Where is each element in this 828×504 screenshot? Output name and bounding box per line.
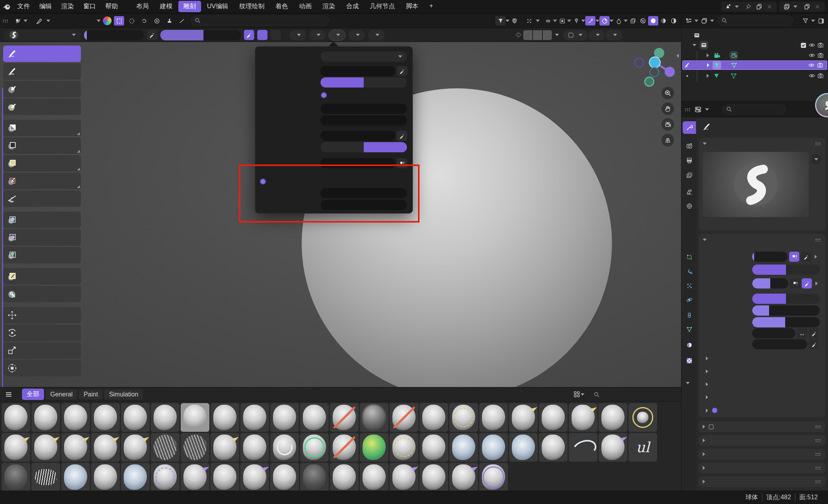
panel-grip[interactable] xyxy=(815,425,821,428)
direction-subtract-option[interactable] xyxy=(786,294,820,304)
render-camera-icon[interactable] xyxy=(816,72,825,79)
jitter-brush-option[interactable] xyxy=(364,142,407,152)
tab-scene[interactable] xyxy=(683,186,696,198)
panel-grip[interactable] xyxy=(815,480,821,483)
tool-mask[interactable] xyxy=(3,81,81,97)
workspace-tab[interactable]: 渲染 xyxy=(317,1,340,12)
display-filter-icon[interactable] xyxy=(700,17,708,25)
brush-thumbnail[interactable] xyxy=(628,433,657,462)
tilt-strength-slider[interactable] xyxy=(752,317,820,327)
viewport-search[interactable] xyxy=(191,16,329,26)
tool-box-face-set[interactable] xyxy=(3,155,81,172)
tab-material[interactable] xyxy=(683,339,696,351)
stroke-method-dropdown[interactable] xyxy=(321,51,407,62)
stamp-icon[interactable] xyxy=(164,16,174,26)
grid-toggle-icon[interactable] xyxy=(661,134,674,146)
workspace-tab[interactable]: UV编辑 xyxy=(202,1,233,12)
brush-thumbnail[interactable] xyxy=(300,433,329,462)
gizmo-y-negative[interactable] xyxy=(644,77,654,87)
proportional-edit-icon[interactable] xyxy=(543,16,553,26)
brush-selector[interactable] xyxy=(4,30,81,40)
filter-icon[interactable] xyxy=(495,16,506,26)
catalog-tab[interactable]: General xyxy=(46,389,77,400)
render-camera-icon[interactable] xyxy=(816,62,824,69)
brush-preview[interactable] xyxy=(703,152,809,217)
panel-grip[interactable] xyxy=(815,238,821,241)
region-collapse-icon[interactable] xyxy=(676,54,679,58)
droplet-icon[interactable] xyxy=(614,16,624,26)
unit-scene-option[interactable] xyxy=(786,265,820,275)
tabs-collapse-icon[interactable] xyxy=(686,382,690,384)
brush-thumbnail[interactable] xyxy=(270,433,299,462)
shading-wireframe-icon[interactable] xyxy=(638,16,648,26)
tab-modifiers[interactable] xyxy=(683,265,696,278)
checkbox-icon[interactable] xyxy=(708,424,714,430)
popover-cursor[interactable] xyxy=(368,30,385,40)
brush-thumbnail[interactable] xyxy=(91,463,120,491)
brush-thumbnail[interactable] xyxy=(390,463,418,491)
scene-selector[interactable] xyxy=(721,2,777,12)
header-grip[interactable] xyxy=(685,108,691,111)
dash-length-field[interactable] xyxy=(321,115,407,126)
normal-radius-slider[interactable] xyxy=(752,305,820,316)
brush-thumbnail[interactable] xyxy=(360,463,388,491)
gizmo-y-axis[interactable] xyxy=(654,48,664,58)
brush-thumbnail[interactable] xyxy=(419,463,448,491)
pin-icon[interactable] xyxy=(744,3,752,11)
brush-thumbnail[interactable] xyxy=(240,403,269,432)
stabilize-factor-slider[interactable] xyxy=(321,200,407,210)
autosmooth-slider[interactable] xyxy=(752,339,807,349)
brush-thumbnail[interactable] xyxy=(599,403,627,432)
input-samples-slider[interactable] xyxy=(321,158,395,168)
panel-expand-icon[interactable] xyxy=(703,239,707,241)
shading-material-icon[interactable] xyxy=(658,16,669,26)
checkbox-icon[interactable] xyxy=(799,42,808,49)
tool-mask-by-color[interactable] xyxy=(3,286,81,302)
unit-view-option[interactable] xyxy=(752,265,786,275)
chevron-down-icon[interactable] xyxy=(555,34,559,36)
color-attribute-selector[interactable] xyxy=(523,16,543,26)
brush-thumbnail[interactable] xyxy=(240,433,269,462)
tool-scale[interactable] xyxy=(3,342,81,359)
workspace-tab[interactable]: 雕刻 xyxy=(178,1,201,12)
cursor-checkbox[interactable] xyxy=(711,407,718,414)
brush-thumbnail[interactable] xyxy=(330,403,359,432)
workspace-tab[interactable]: 布局 xyxy=(131,1,154,12)
tool-box-trim[interactable] xyxy=(3,173,81,189)
menu-item[interactable]: 编辑 xyxy=(35,1,57,12)
symmetry-panel[interactable] xyxy=(699,449,825,460)
unlink-scene-icon[interactable] xyxy=(766,3,773,11)
workspace-tab[interactable]: 动画 xyxy=(294,1,317,12)
brush-thumbnail[interactable] xyxy=(479,433,508,462)
size-field[interactable] xyxy=(752,252,788,262)
menu-icon[interactable] xyxy=(5,391,13,398)
subsection-cursor[interactable] xyxy=(706,407,721,414)
brush-thumbnail[interactable] xyxy=(211,463,239,491)
spacing-pressure-icon[interactable] xyxy=(397,66,407,76)
tab-object[interactable] xyxy=(683,251,696,263)
menu-view[interactable] xyxy=(56,20,64,22)
brush-thumbnail[interactable] xyxy=(31,403,60,432)
expand-row-icon[interactable] xyxy=(815,255,817,259)
strength-slider[interactable] xyxy=(752,278,788,289)
brush-thumbnail[interactable] xyxy=(61,463,90,491)
sphere-row-selected[interactable] xyxy=(682,60,827,70)
workspace-panel[interactable] xyxy=(699,476,825,487)
panel-grip[interactable] xyxy=(815,453,821,456)
snap-curve-icon[interactable] xyxy=(585,16,595,26)
brush-thumbnail[interactable] xyxy=(91,433,120,462)
catalog-tab[interactable]: 全部 xyxy=(22,389,44,400)
editor-type-icon[interactable] xyxy=(694,106,702,113)
direction-subtract-button[interactable] xyxy=(271,30,281,40)
brush-thumbnail[interactable] xyxy=(2,463,30,491)
workspace-tab[interactable]: + xyxy=(424,1,438,12)
render-camera-icon[interactable] xyxy=(816,42,825,49)
direction-add-button[interactable] xyxy=(257,30,267,40)
jitter-view-option[interactable] xyxy=(321,142,364,152)
display-mode-icon[interactable] xyxy=(573,391,581,398)
symmetry-y-toggle[interactable] xyxy=(533,30,542,40)
cube-row[interactable] xyxy=(682,71,827,80)
properties-search[interactable] xyxy=(722,104,786,115)
brush-thumbnail[interactable] xyxy=(121,463,150,491)
brush-thumbnail[interactable] xyxy=(390,403,418,432)
